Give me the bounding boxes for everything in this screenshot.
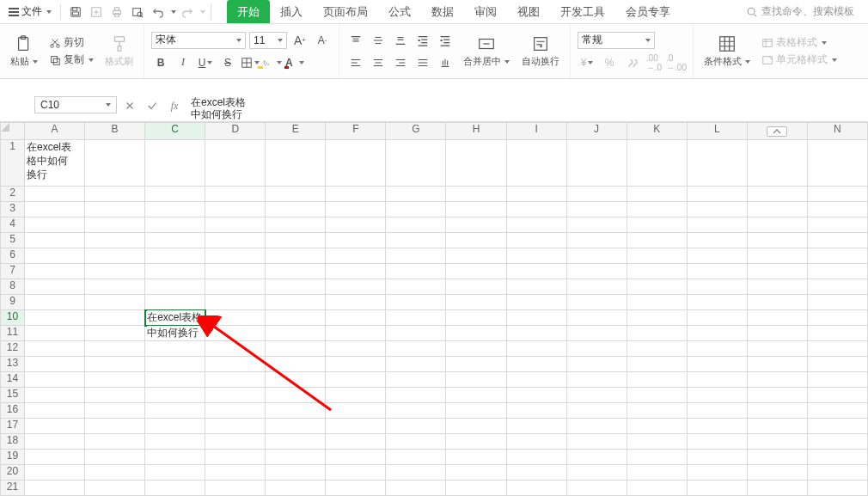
cell[interactable] (627, 357, 687, 372)
row-header[interactable]: 15 (1, 388, 25, 403)
formula-content[interactable]: 在excel表格 中如何换行 (187, 96, 282, 120)
qat-undo-button[interactable] (149, 3, 168, 21)
cell[interactable] (145, 264, 205, 279)
cell[interactable] (687, 295, 747, 310)
cell[interactable] (747, 279, 807, 295)
cell[interactable] (807, 279, 867, 295)
cell[interactable] (326, 341, 386, 357)
cell[interactable] (326, 388, 386, 403)
cell[interactable] (145, 357, 205, 372)
qat-print-button[interactable] (107, 3, 126, 21)
qat-preview-button[interactable] (128, 3, 147, 21)
grow-font-button[interactable]: A+ (290, 32, 309, 49)
cell[interactable] (85, 341, 145, 357)
cell[interactable] (145, 388, 205, 403)
cell[interactable] (145, 217, 205, 233)
cell[interactable] (85, 310, 145, 326)
cell[interactable] (85, 450, 145, 465)
cell[interactable] (326, 202, 386, 217)
cell[interactable] (266, 357, 326, 372)
cell[interactable] (25, 310, 85, 326)
cell[interactable] (386, 341, 446, 357)
cell[interactable] (25, 403, 85, 419)
cell[interactable] (566, 372, 627, 388)
col-header[interactable]: G (386, 123, 446, 140)
cell[interactable] (627, 465, 687, 481)
cell[interactable] (145, 450, 205, 465)
cell[interactable] (807, 341, 867, 357)
cell[interactable] (446, 434, 506, 450)
font-size-select[interactable]: 11 (249, 32, 287, 49)
cell[interactable] (687, 279, 747, 295)
col-header[interactable]: L (687, 123, 747, 140)
cell[interactable] (386, 233, 446, 248)
cell[interactable] (627, 279, 687, 295)
cell[interactable] (747, 450, 807, 465)
decrease-indent-button[interactable] (413, 32, 432, 49)
qat-save-button[interactable] (66, 3, 85, 21)
cell[interactable] (446, 481, 506, 496)
cell[interactable] (205, 403, 266, 419)
cell[interactable] (266, 465, 326, 481)
cell[interactable] (266, 403, 326, 419)
col-header[interactable] (747, 123, 807, 140)
underline-button[interactable]: U (196, 54, 215, 71)
cell[interactable] (205, 388, 266, 403)
cell[interactable] (807, 419, 867, 434)
cell[interactable] (747, 310, 807, 326)
cell[interactable] (566, 187, 627, 202)
cell[interactable] (687, 403, 747, 419)
cell[interactable] (747, 140, 807, 187)
cell[interactable] (566, 140, 627, 187)
cell[interactable] (266, 481, 326, 496)
cell[interactable] (326, 248, 386, 264)
cell[interactable] (205, 248, 266, 264)
cell[interactable] (326, 233, 386, 248)
cell[interactable] (205, 326, 266, 341)
cell[interactable] (25, 279, 85, 295)
cell[interactable] (205, 434, 266, 450)
cell[interactable] (687, 264, 747, 279)
cell[interactable] (506, 388, 566, 403)
cell[interactable] (266, 233, 326, 248)
cell[interactable] (205, 450, 266, 465)
cell[interactable] (747, 403, 807, 419)
font-color-button[interactable]: A (285, 54, 304, 71)
cell[interactable] (446, 202, 506, 217)
cell[interactable] (145, 465, 205, 481)
command-search[interactable]: 查找命令、搜索模板 (746, 4, 863, 19)
tab-insert[interactable]: 插入 (270, 0, 313, 23)
cell[interactable] (566, 434, 627, 450)
cell[interactable] (627, 233, 687, 248)
cell[interactable] (627, 202, 687, 217)
cell[interactable] (747, 341, 807, 357)
cell[interactable] (266, 295, 326, 310)
cell[interactable] (506, 419, 566, 434)
cell[interactable] (25, 465, 85, 481)
percent-button[interactable]: % (600, 54, 619, 71)
row-header[interactable]: 2 (1, 187, 25, 202)
name-box[interactable]: C10 (34, 96, 117, 113)
cell[interactable] (205, 202, 266, 217)
cell[interactable] (627, 187, 687, 202)
cell[interactable] (326, 187, 386, 202)
cell[interactable] (446, 217, 506, 233)
cell[interactable] (326, 434, 386, 450)
cell[interactable] (145, 140, 205, 187)
cell[interactable] (687, 202, 747, 217)
cell[interactable] (266, 202, 326, 217)
cell[interactable] (85, 434, 145, 450)
cell[interactable] (145, 434, 205, 450)
cell[interactable] (446, 264, 506, 279)
row-header[interactable]: 7 (1, 264, 25, 279)
col-header[interactable]: D (205, 123, 266, 140)
cell[interactable] (687, 140, 747, 187)
cell[interactable] (807, 295, 867, 310)
cell[interactable] (807, 403, 867, 419)
col-header[interactable]: I (506, 123, 566, 140)
table-style-button[interactable]: 表格样式 (759, 35, 840, 51)
cell[interactable] (506, 233, 566, 248)
row-header[interactable]: 6 (1, 248, 25, 264)
cell[interactable] (687, 248, 747, 264)
cell[interactable] (85, 295, 145, 310)
